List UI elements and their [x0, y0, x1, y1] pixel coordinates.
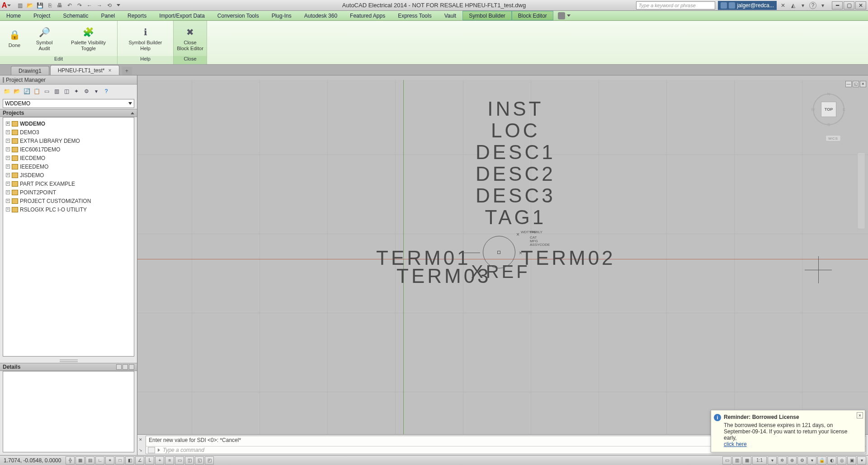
pm-dwg-icon[interactable]: ▥ [52, 87, 61, 95]
collapse-icon[interactable] [131, 112, 134, 114]
qat-save-icon[interactable]: 💾 [36, 2, 43, 9]
pm-publish-icon[interactable]: ▭ [42, 87, 51, 95]
sb-isolate-icon[interactable]: ◎ [837, 456, 846, 465]
view-cube-face[interactable]: TOP [821, 102, 836, 117]
sb-osnap-icon[interactable]: □ [115, 456, 124, 465]
qat-redo-icon[interactable]: ↷ [76, 2, 83, 9]
project-tree-item[interactable]: +IEEEDEMO [4, 162, 133, 171]
sb-scale-drop-icon[interactable]: ▾ [768, 456, 777, 465]
pm-new-icon[interactable]: 📁 [3, 87, 11, 95]
tab-symbol-builder[interactable]: Symbol Builder [462, 11, 512, 20]
sb-quickview-icon[interactable]: ▦ [742, 456, 751, 465]
project-select[interactable]: WDDEMO [3, 99, 134, 108]
tab-schematic[interactable]: Schematic [57, 11, 94, 20]
user-account[interactable]: jalger@redca... [718, 1, 777, 10]
tab-express-tools[interactable]: Express Tools [392, 11, 438, 20]
project-tree-item[interactable]: +POINT2POINT [4, 188, 133, 197]
tab-block-editor[interactable]: Block Editor [512, 11, 553, 20]
project-tree-item[interactable]: +PROJECT CUSTOMIZATION [4, 197, 133, 205]
pm-open-icon[interactable]: 📂 [13, 87, 21, 95]
window-close-button[interactable]: ✕ [855, 1, 866, 9]
sb-hardware-icon[interactable]: ◐ [827, 456, 836, 465]
qat-customize-icon[interactable] [117, 4, 120, 6]
sb-lock-icon[interactable]: 🔒 [817, 456, 826, 465]
details-header[interactable]: Details [0, 363, 137, 371]
expand-icon[interactable]: + [6, 207, 10, 211]
view-cube[interactable]: TOP N S E W [813, 94, 844, 125]
palette-visibility-toggle-button[interactable]: 🧩 Palette Visibility Toggle [65, 25, 112, 52]
window-minimize-button[interactable]: ━ [832, 1, 843, 9]
project-tree-item[interactable]: +IECDEMO [4, 154, 133, 162]
expand-icon[interactable]: + [6, 122, 10, 126]
tab-conversion-tools[interactable]: Conversion Tools [211, 11, 265, 20]
details-view1-icon[interactable] [116, 364, 122, 370]
balloon-link[interactable]: click here [724, 441, 747, 447]
symbol-audit-button[interactable]: 🔎 Symbol Audit [30, 25, 59, 52]
focus-toggle-icon[interactable] [558, 12, 565, 19]
expand-icon[interactable]: + [6, 199, 10, 203]
dropdown-icon[interactable]: ▾ [799, 2, 807, 9]
expand-icon[interactable]: + [6, 130, 10, 134]
help-dropdown-icon[interactable]: ▾ [819, 2, 826, 9]
project-tree[interactable]: +WDDEMO+DEMO3+EXTRA LIBRARY DEMO+IEC6061… [3, 117, 134, 357]
add-tab-button[interactable]: + [122, 67, 132, 75]
expand-icon[interactable]: + [6, 164, 10, 169]
tab-vault[interactable]: Vault [438, 11, 462, 20]
qat-open-icon[interactable]: 📂 [26, 2, 33, 9]
cmd-expand-icon[interactable]: ↘ [139, 448, 142, 452]
file-tab-drawing1[interactable]: Drawing1 [11, 66, 49, 75]
qat-fwd-icon[interactable]: → [96, 2, 103, 9]
navigation-bar[interactable] [857, 152, 865, 229]
tab-panel[interactable]: Panel [94, 11, 121, 20]
done-button[interactable]: 🔒 Done [5, 28, 24, 49]
sb-infer-icon[interactable]: ╬ [66, 456, 75, 465]
sb-layout-icon[interactable]: ▥ [732, 456, 741, 465]
sb-am-icon[interactable]: ◰ [205, 456, 214, 465]
project-tree-item[interactable]: +EXTRA LIBRARY DEMO [4, 136, 133, 145]
expand-icon[interactable]: + [6, 173, 10, 177]
panel-splitter[interactable] [0, 358, 137, 363]
sb-polar-icon[interactable]: ✶ [105, 456, 114, 465]
window-maximize-button[interactable]: ▢ [844, 1, 854, 9]
sb-annoscale-icon[interactable]: ✲ [778, 456, 787, 465]
sb-qp-icon[interactable]: ◫ [185, 456, 194, 465]
sb-dyn-icon[interactable]: + [155, 456, 164, 465]
tab-project[interactable]: Project [27, 11, 57, 20]
balloon-close-button[interactable]: × [857, 412, 863, 418]
tab-plug-ins[interactable]: Plug-Ins [265, 11, 298, 20]
sb-ws-drop-icon[interactable]: ▾ [807, 456, 816, 465]
project-manager-title[interactable]: Project Manager [0, 75, 137, 85]
sb-3dosnap-icon[interactable]: ◧ [125, 456, 134, 465]
sb-scale-button[interactable]: 1:1 [752, 456, 767, 465]
sb-grid-icon[interactable]: ▤ [85, 456, 94, 465]
details-collapse-icon[interactable] [129, 364, 134, 370]
sb-ducs-icon[interactable]: L [145, 456, 154, 465]
sb-tpy-icon[interactable]: ▭ [175, 456, 184, 465]
projects-header[interactable]: Projects [0, 109, 137, 117]
tab-featured-apps[interactable]: Featured Apps [344, 11, 392, 20]
tab-import-export[interactable]: Import/Export Data [153, 11, 211, 20]
sb-sc-icon[interactable]: ◱ [195, 456, 204, 465]
drawing-viewport[interactable]: — ◱ ✕ INST LOC DESC1 DESC2 DESC3 TAG1 TE… [137, 80, 868, 434]
wcs-label[interactable]: WCS [826, 135, 841, 141]
pm-settings-icon[interactable]: ⚙ [82, 87, 90, 95]
cmd-close-icon[interactable]: ✕ [139, 437, 142, 442]
sb-lwt-icon[interactable]: ≡ [165, 456, 174, 465]
expand-icon[interactable]: + [6, 182, 10, 186]
pm-surfer-icon[interactable]: ✦ [72, 87, 80, 95]
sb-otrack-icon[interactable]: ∠ [135, 456, 144, 465]
sb-clean-icon[interactable]: ▣ [847, 456, 856, 465]
status-coordinates[interactable]: 1.7074, -0.0548, 0.0000 [0, 457, 65, 464]
expand-icon[interactable]: + [6, 147, 10, 151]
sb-annovis-icon[interactable]: ⊕ [788, 456, 797, 465]
search-input[interactable]: Type a keyword or phrase [636, 1, 715, 9]
project-tree-item[interactable]: +JISDEMO [4, 171, 133, 179]
pm-help-icon[interactable]: ? [102, 87, 110, 95]
expand-icon[interactable]: + [6, 190, 10, 194]
details-view2-icon[interactable] [123, 364, 128, 370]
qat-saveas-icon[interactable]: ⎘ [46, 2, 53, 9]
project-tree-item[interactable]: +IEC60617DEMO [4, 145, 133, 154]
ribbon-dropdown-icon[interactable] [567, 14, 571, 17]
command-icon[interactable] [148, 447, 155, 453]
sb-ortho-icon[interactable]: ∟ [95, 456, 104, 465]
